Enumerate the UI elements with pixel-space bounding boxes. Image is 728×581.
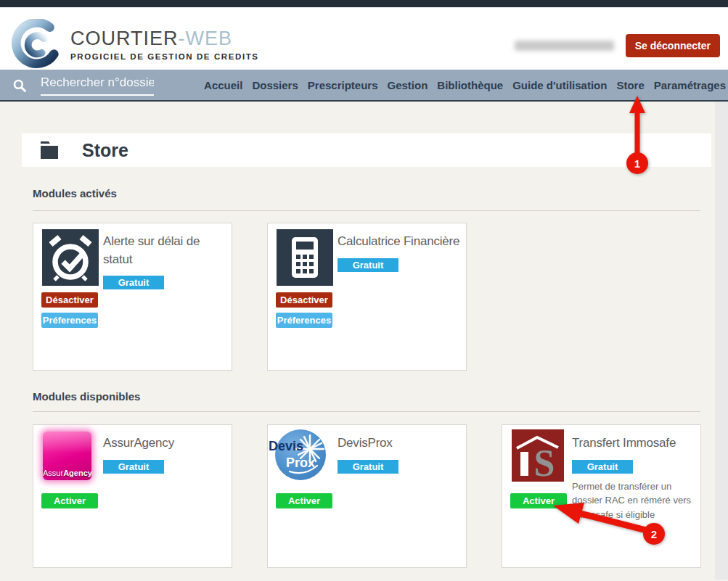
devis-logo-word1: Devis	[269, 439, 303, 454]
module-title: AssurAgency	[103, 434, 230, 453]
activate-button[interactable]: Activer	[41, 493, 98, 508]
activate-button[interactable]: Activer	[276, 493, 332, 508]
activated-modules-row: Alerte sur délai de statut Gratuit Désac…	[33, 223, 467, 371]
preferences-button[interactable]: Préferences	[276, 313, 332, 328]
activate-button[interactable]: Activer	[510, 493, 567, 508]
section-divider	[33, 411, 700, 412]
module-title: Calculatrice Financière	[338, 233, 465, 251]
module-card-alerte: Alerte sur délai de statut Gratuit Désac…	[33, 223, 232, 371]
module-card-calculatrice: Calculatrice Financière Gratuit Désactiv…	[267, 223, 467, 371]
section-divider	[33, 210, 700, 211]
brand-block: COURTIER-WEB PROGICIEL DE GESTION DE CRE…	[70, 28, 259, 61]
nav-item-store[interactable]: Store	[616, 79, 644, 91]
price-badge: Gratuit	[103, 460, 164, 474]
immosafe-logo: S	[512, 429, 564, 482]
nav-item-parametrages[interactable]: Paramétrages	[654, 79, 726, 91]
devisprox-logo: Devis Prox	[275, 429, 326, 480]
nav-item-accueil[interactable]: Accueil	[204, 79, 242, 91]
main-navbar: Accueil Dossiers Prescripteurs Gestion B…	[0, 70, 728, 102]
scrollbar-track	[715, 102, 728, 580]
module-description: Permet de transférer un dossier RAC en r…	[572, 479, 701, 522]
module-title: Transfert Immosafe	[572, 434, 699, 453]
available-modules-row: AssurAgency AssurAgency Gratuit Activer	[33, 424, 701, 568]
nav-item-gestion[interactable]: Gestion	[388, 79, 428, 91]
main-content: Store Modules activés Alerte sur délai d…	[0, 102, 728, 580]
folder-icon	[40, 141, 61, 160]
assuragency-logo: AssurAgency	[43, 432, 91, 480]
section-title-activated: Modules activés	[33, 187, 117, 199]
page-title-band: Store	[22, 133, 711, 167]
deactivate-button[interactable]: Désactiver	[41, 292, 98, 308]
nav-item-prescripteurs[interactable]: Prescripteurs	[308, 79, 378, 91]
price-badge: Gratuit	[103, 276, 164, 289]
calculator-icon	[277, 229, 333, 286]
top-strip	[0, 0, 728, 7]
brand-name: COURTIER	[70, 28, 179, 49]
nav-item-guide[interactable]: Guide d'utilisation	[512, 79, 607, 91]
module-card-devisprox: Devis Prox DevisProx Gratuit Activer	[267, 424, 467, 568]
header: COURTIER-WEB PROGICIEL DE GESTION DE CRE…	[0, 7, 728, 70]
welcome-text-redacted	[515, 41, 614, 51]
devis-logo-word2: Prox	[286, 456, 315, 471]
brand-tagline: PROGICIEL DE GESTION DE CREDITS	[70, 52, 259, 61]
alarm-clock-check-icon	[42, 229, 99, 286]
module-card-assuragency: AssurAgency AssurAgency Gratuit Activer	[33, 424, 232, 568]
search-input[interactable]	[41, 75, 154, 96]
search-area	[13, 75, 154, 96]
starburst-icon	[275, 429, 326, 480]
module-card-immosafe: S Transfert Immosafe Gratuit Permet de t…	[502, 424, 701, 568]
section-title-available: Modules disponibles	[33, 390, 140, 403]
immosafe-logo-letter: S	[534, 442, 555, 482]
courtier-web-logo-icon	[7, 19, 64, 71]
logout-button[interactable]: Se déconnecter	[626, 34, 720, 57]
price-badge: Gratuit	[572, 460, 633, 474]
page-title: Store	[82, 140, 128, 161]
search-icon[interactable]	[13, 79, 26, 92]
price-badge: Gratuit	[338, 258, 398, 272]
nav-items: Accueil Dossiers Prescripteurs Gestion B…	[204, 79, 728, 91]
assur-logo-text1: Assur	[43, 469, 63, 477]
module-title: DevisProx	[338, 434, 465, 453]
brand-suffix: -WEB	[179, 28, 233, 49]
nav-item-bibliotheque[interactable]: Bibliothèque	[437, 79, 503, 91]
assur-logo-text2: Agency	[63, 469, 91, 477]
deactivate-button[interactable]: Désactiver	[276, 292, 332, 308]
nav-item-dossiers[interactable]: Dossiers	[252, 79, 298, 91]
price-badge: Gratuit	[338, 460, 398, 474]
preferences-button[interactable]: Préferences	[41, 313, 98, 328]
module-title: Alerte sur délai de statut	[103, 233, 230, 268]
